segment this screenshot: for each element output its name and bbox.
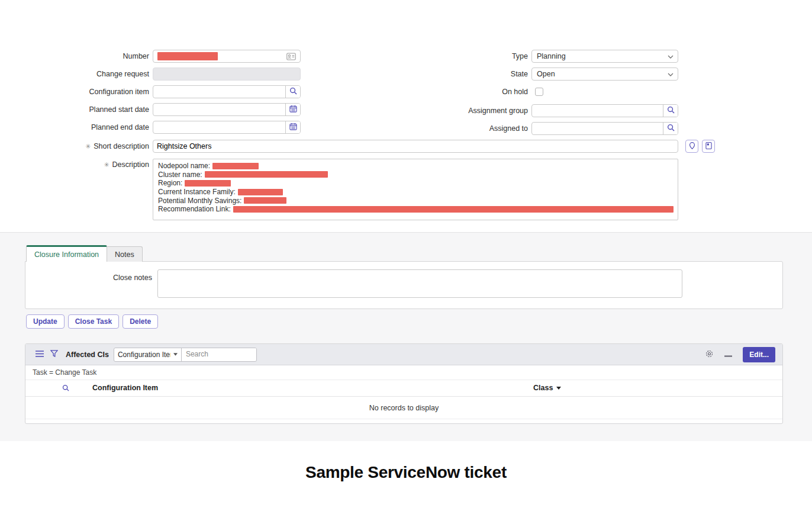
required-marker: ✳ — [85, 143, 91, 150]
affected-cis-title: Affected CIs — [66, 351, 109, 359]
assigned-to-label: Assigned to — [413, 124, 531, 133]
type-row: Type Planning — [413, 50, 678, 63]
description-line: Region: — [158, 179, 673, 188]
knowledge-button[interactable] — [702, 140, 715, 153]
type-label: Type — [413, 52, 531, 60]
list-header-row: Configuration Item Class — [25, 380, 782, 397]
list-search-group: Configuration Item ( — [114, 348, 257, 362]
planned-end-date-label: Planned end date — [34, 123, 153, 131]
suggestion-pin-button[interactable] — [685, 140, 698, 153]
gear-icon — [705, 349, 714, 360]
state-value: Open — [537, 70, 555, 78]
configuration-item-lookup-button[interactable] — [285, 86, 300, 98]
state-select[interactable]: Open — [531, 68, 678, 81]
edit-button[interactable]: Edit... — [743, 347, 775, 362]
hamburger-icon — [36, 351, 44, 359]
calendar-icon — [289, 123, 297, 132]
assigned-to-input[interactable] — [532, 123, 663, 134]
planned-start-date-input[interactable] — [153, 104, 285, 115]
close-task-button[interactable]: Close Task — [68, 314, 119, 329]
description-line: Cluster name: — [158, 171, 673, 179]
change-request-label: Change request — [34, 70, 153, 78]
description-row: ✳ Description Nodepool name: Cluster nam… — [34, 159, 678, 172]
type-value: Planning — [537, 52, 566, 60]
redacted-value — [212, 163, 259, 169]
planned-start-calendar-button[interactable] — [285, 104, 300, 115]
redacted-value — [238, 189, 283, 195]
redacted-value — [205, 171, 328, 178]
tab-closure-information[interactable]: Closure Information — [26, 245, 107, 262]
collapse-list-button[interactable] — [724, 351, 732, 359]
search-icon — [667, 124, 675, 133]
tablet-icon — [705, 142, 712, 152]
number-row: Number — [34, 50, 301, 63]
close-notes-textarea[interactable] — [157, 269, 682, 298]
planned-end-calendar-button[interactable] — [285, 121, 300, 133]
search-column-selector[interactable]: Configuration Item ( — [114, 348, 182, 361]
form-actions: Update Close Task Delete — [26, 314, 158, 329]
column-header-class[interactable]: Class — [533, 384, 561, 392]
planned-end-date-row: Planned end date — [34, 121, 301, 134]
change-request-field — [153, 68, 301, 81]
state-label: State — [413, 70, 531, 78]
column-search-toggle[interactable] — [62, 384, 69, 393]
configuration-item-row: Configuration item — [34, 85, 301, 98]
type-select[interactable]: Planning — [531, 50, 678, 63]
assigned-to-lookup-button[interactable] — [663, 123, 678, 134]
column-header-configuration-item[interactable]: Configuration Item — [92, 384, 158, 392]
search-icon — [289, 87, 297, 97]
calendar-icon — [289, 105, 297, 114]
affected-cis-toolbar: Affected CIs Configuration Item ( — [25, 344, 782, 365]
update-button[interactable]: Update — [26, 314, 65, 329]
redacted-value — [244, 197, 286, 204]
funnel-icon — [50, 350, 58, 359]
filter-button[interactable] — [47, 350, 61, 359]
assignment-group-label: Assignment group — [413, 107, 531, 115]
redacted-value — [185, 180, 231, 187]
description-line: Potential Monthly Savings: — [158, 196, 673, 205]
search-icon — [667, 106, 675, 115]
description-line: Nodepool name: — [158, 162, 673, 171]
list-search-field — [182, 348, 256, 361]
list-menu-button[interactable] — [33, 351, 47, 359]
planned-end-date-input[interactable] — [153, 121, 285, 133]
assignment-group-row: Assignment group — [413, 104, 678, 117]
configuration-item-input[interactable] — [153, 86, 285, 98]
planned-start-date-field — [153, 103, 301, 116]
configuration-item-label: Configuration item — [34, 88, 153, 96]
search-icon — [62, 385, 69, 393]
description-line: Recommendation Link: — [158, 205, 673, 214]
list-settings-button[interactable] — [705, 349, 714, 360]
section-tabs: Closure Information Notes — [26, 245, 143, 262]
on-hold-checkbox[interactable] — [535, 88, 543, 96]
dropdown-arrow-icon — [173, 353, 178, 356]
description-field[interactable]: Nodepool name: Cluster name: Region: Cur… — [153, 159, 678, 220]
assignment-group-input[interactable] — [532, 105, 663, 117]
description-label: ✳ Description — [34, 160, 153, 169]
description-line: Current Instance Family: — [158, 188, 673, 197]
assigned-to-field — [531, 122, 678, 135]
short-description-input[interactable] — [153, 140, 678, 152]
minus-icon — [724, 351, 732, 359]
short-description-label: ✳ Short description — [34, 142, 153, 150]
close-notes-label: Close notes — [25, 274, 152, 282]
redacted-number-value — [157, 52, 218, 60]
location-pin-icon — [689, 142, 695, 152]
image-caption: Sample ServiceNow ticket — [0, 463, 812, 482]
short-description-row: ✳ Short description — [34, 140, 715, 153]
list-search-input[interactable] — [182, 348, 256, 360]
planned-start-date-row: Planned start date — [34, 103, 301, 116]
number-field[interactable] — [153, 50, 301, 63]
list-condition-breadcrumb[interactable]: Task = Change Task — [25, 365, 782, 380]
servicenow-ticket-screenshot: Number Change request Configuration item — [0, 0, 812, 527]
assigned-to-row: Assigned to — [413, 122, 678, 135]
short-description-field — [153, 140, 678, 153]
required-marker: ✳ — [104, 161, 109, 169]
redacted-value — [233, 206, 674, 213]
toolbar-right: Edit... — [705, 347, 775, 362]
assignment-group-lookup-button[interactable] — [663, 105, 678, 117]
number-label: Number — [34, 52, 153, 60]
tab-notes[interactable]: Notes — [107, 246, 143, 262]
delete-button[interactable]: Delete — [123, 314, 158, 329]
reference-card-icon[interactable] — [286, 53, 296, 60]
